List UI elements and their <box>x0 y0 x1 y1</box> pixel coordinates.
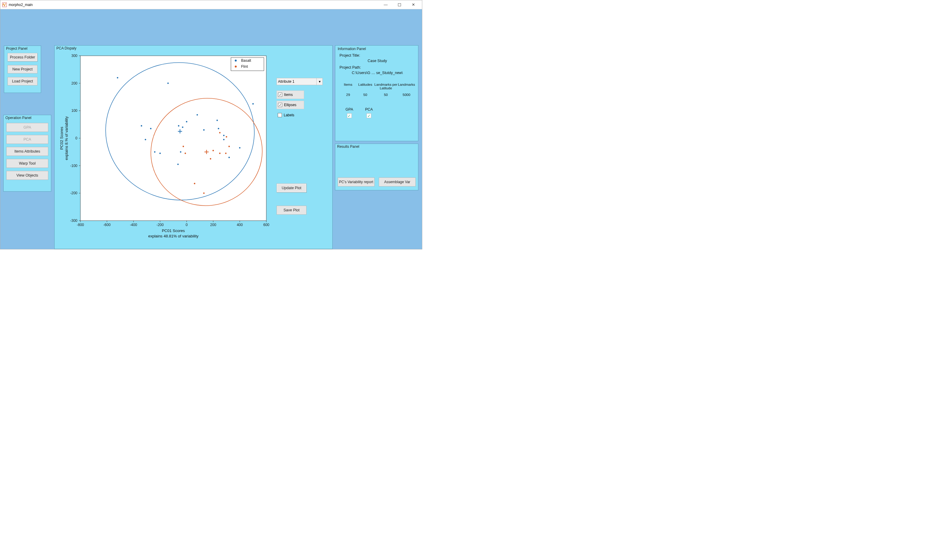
svg-point-70 <box>183 146 184 147</box>
warp-tool-button[interactable]: Warp Tool <box>6 159 48 168</box>
svg-point-54 <box>252 103 254 105</box>
svg-text:300: 300 <box>71 54 77 58</box>
pca-scatter-plot: -800-600-400-2000200400600-300-200-10001… <box>56 47 275 245</box>
labels-checkbox-row[interactable]: Labels <box>277 111 304 119</box>
operation-panel: Operation Panel GPA PCA Items Attributes… <box>3 115 51 192</box>
svg-point-69 <box>229 146 230 147</box>
chevron-down-icon: ▾ <box>316 78 322 85</box>
svg-text:PC01 Scores: PC01 Scores <box>162 228 185 233</box>
maximize-button[interactable] <box>392 0 406 9</box>
save-plot-button[interactable]: Save Plot <box>277 206 306 215</box>
gpa-label: GPA <box>345 107 353 112</box>
val-lpl: 50 <box>374 93 398 97</box>
attribute-dropdown[interactable]: Attribute 1 ▾ <box>277 78 323 85</box>
svg-text:-600: -600 <box>103 223 111 227</box>
svg-text:PC02 Scores: PC02 Scores <box>59 126 64 149</box>
svg-text:Flint: Flint <box>241 65 248 69</box>
svg-point-66 <box>212 150 214 151</box>
load-project-button[interactable]: Load Project <box>8 77 37 85</box>
svg-point-68 <box>225 152 227 154</box>
project-panel-title: Project Panel <box>4 46 41 52</box>
ellipses-checkbox[interactable]: ✓ <box>278 103 282 107</box>
project-title-value: Case Study <box>340 59 415 63</box>
svg-point-64 <box>219 132 221 134</box>
items-checkbox[interactable]: ✓ <box>278 92 282 97</box>
svg-point-55 <box>159 152 161 154</box>
svg-point-46 <box>182 126 183 128</box>
window-title: morpho2_main <box>9 3 379 7</box>
labels-checkbox[interactable] <box>278 113 282 117</box>
results-panel: Results Panel PC's Variability report As… <box>335 144 419 190</box>
process-folder-button[interactable]: Process Folder <box>8 53 37 62</box>
svg-point-48 <box>197 114 198 116</box>
results-panel-title: Results Panel <box>335 144 418 150</box>
svg-point-80 <box>235 66 237 68</box>
new-project-button[interactable]: New Project <box>8 65 37 74</box>
svg-point-51 <box>218 128 219 129</box>
col-latitudes-label: Latitudes <box>357 83 374 90</box>
svg-text:-400: -400 <box>130 223 137 227</box>
ellipses-checkbox-label: Ellipses <box>284 103 296 107</box>
labels-checkbox-label: Labels <box>284 113 294 117</box>
col-lpl-label: Landmarks per Latitude <box>374 83 398 90</box>
pca-display-panel: PCA Dispaly -800-600-400-2000200400600-3… <box>54 45 332 249</box>
svg-text:-200: -200 <box>157 223 164 227</box>
close-button[interactable]: ✕ <box>406 0 420 9</box>
svg-text:100: 100 <box>71 109 77 113</box>
pcs-variability-report-button[interactable]: PC's Variability report <box>338 177 375 186</box>
svg-point-74 <box>210 158 211 160</box>
svg-point-47 <box>186 121 188 123</box>
col-landmarks-label: Landmarks <box>398 83 415 90</box>
val-landmarks: 5000 <box>398 93 415 97</box>
col-items-label: Items <box>340 83 357 90</box>
svg-point-52 <box>223 135 225 136</box>
svg-text:-200: -200 <box>70 191 77 195</box>
svg-point-58 <box>177 164 179 165</box>
attribute-dropdown-value: Attribute 1 <box>278 80 294 84</box>
svg-point-40 <box>117 77 119 78</box>
project-panel: Project Panel Process Folder New Project… <box>4 46 41 93</box>
ellipses-checkbox-row[interactable]: ✓ Ellipses <box>277 101 304 109</box>
svg-text:-300: -300 <box>70 218 77 223</box>
project-title-label: Project Title: <box>340 53 415 58</box>
svg-point-42 <box>141 125 142 126</box>
gpa-button[interactable]: GPA <box>6 123 48 132</box>
pca-label: PCA <box>365 107 373 112</box>
svg-point-71 <box>185 152 186 154</box>
svg-point-57 <box>180 151 182 152</box>
svg-point-78 <box>235 60 237 62</box>
svg-point-49 <box>203 129 205 131</box>
window-titlebar: morpho2_main — ✕ <box>0 0 422 9</box>
svg-point-45 <box>178 125 179 126</box>
svg-point-72 <box>194 183 195 185</box>
svg-point-59 <box>229 157 230 158</box>
svg-text:0: 0 <box>186 223 188 227</box>
information-panel-title: Information Panel <box>336 46 417 52</box>
project-path-value: C:\Users\G … se_Stutdy_new\ <box>340 71 415 75</box>
gpa-checked-icon: ✓ <box>347 113 352 118</box>
view-objects-button[interactable]: View Objects <box>6 171 48 180</box>
svg-point-44 <box>145 139 146 140</box>
minimize-button[interactable]: — <box>379 0 392 9</box>
items-attributes-button[interactable]: Items Attributes <box>6 147 48 156</box>
svg-text:-100: -100 <box>70 164 77 168</box>
svg-text:200: 200 <box>71 81 77 85</box>
svg-point-43 <box>150 128 151 129</box>
svg-text:explains 8.% of variability: explains 8.% of variability <box>64 116 69 160</box>
assemblage-var-button[interactable]: Assemblage Var <box>379 177 416 186</box>
update-plot-button[interactable]: Update Plot <box>277 183 306 192</box>
svg-rect-1 <box>398 3 401 6</box>
svg-point-60 <box>239 147 240 149</box>
svg-point-50 <box>217 120 218 121</box>
svg-point-65 <box>226 136 227 138</box>
svg-text:200: 200 <box>210 223 216 227</box>
items-checkbox-label: Items <box>284 92 293 97</box>
svg-text:400: 400 <box>237 223 243 227</box>
svg-rect-2 <box>80 56 266 221</box>
project-path-label: Project Path: <box>340 65 415 69</box>
svg-text:-800: -800 <box>77 223 84 227</box>
items-checkbox-row[interactable]: ✓ Items <box>277 91 304 99</box>
pca-button[interactable]: PCA <box>6 135 48 144</box>
val-items: 29 <box>340 93 357 97</box>
information-panel: Information Panel Project Title: Case St… <box>335 45 419 141</box>
